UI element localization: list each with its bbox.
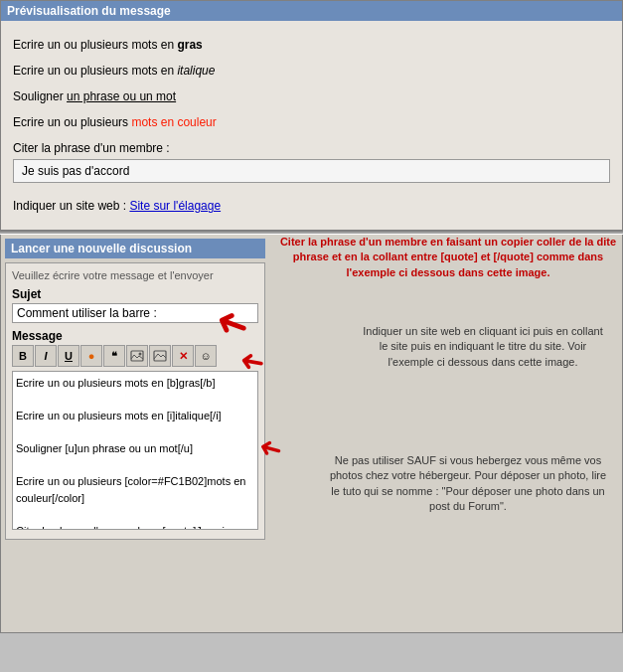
btn-img1[interactable] bbox=[126, 345, 148, 367]
italic-text: italique bbox=[177, 64, 215, 78]
callout-website: Indiquer un site web en cliquant ici pui… bbox=[359, 324, 607, 370]
btn-underline[interactable]: U bbox=[58, 345, 79, 367]
quote-section: Citer la phrase d'un membre : Je suis pa… bbox=[13, 138, 610, 190]
btn-color[interactable]: ● bbox=[80, 345, 102, 367]
btn-italic[interactable]: I bbox=[35, 345, 57, 367]
bold-prefix: Ecrire un ou plusieurs mots en bbox=[13, 38, 177, 52]
underline-prefix: Souligner bbox=[13, 89, 67, 103]
italic-prefix: Ecrire un ou plusieurs mots en bbox=[13, 64, 177, 78]
callout-quote: Citer la phrase d'un membre en faisant u… bbox=[279, 235, 617, 280]
btn-img2[interactable] bbox=[149, 345, 171, 367]
quote-box: Je suis pas d'accord bbox=[13, 159, 610, 183]
form-panel: Lancer une nouvelle discussion Veuillez … bbox=[1, 235, 269, 632]
preview-panel: Prévisualisation du message Ecrire un ou… bbox=[0, 0, 623, 231]
btn-quote[interactable]: ❝ bbox=[103, 345, 125, 367]
web-section: Indiquer un site web : Site sur l'élagag… bbox=[13, 196, 610, 216]
callouts-panel: Citer la phrase d'un membre en faisant u… bbox=[269, 235, 622, 632]
btn-smile[interactable]: ☺ bbox=[195, 345, 217, 367]
bold-preview-line: Ecrire un ou plusieurs mots en gras bbox=[13, 35, 610, 55]
preview-content: Ecrire un ou plusieurs mots en gras Ecri… bbox=[1, 21, 622, 230]
form-title: Lancer une nouvelle discussion bbox=[5, 239, 265, 258]
form-inner: Veuillez écrire votre message et l'envoy… bbox=[5, 262, 265, 540]
bold-text: gras bbox=[177, 38, 202, 52]
svg-point-1 bbox=[139, 353, 142, 356]
message-label: Message bbox=[12, 329, 258, 343]
quote-label: Citer la phrase d'un membre : bbox=[13, 141, 170, 155]
btn-del[interactable]: ✕ bbox=[172, 345, 194, 367]
message-textarea[interactable]: Ecrire un ou plusieurs mots en [b]gras[/… bbox=[12, 371, 258, 530]
italic-preview-line: Ecrire un ou plusieurs mots en italique bbox=[13, 61, 610, 81]
web-label: Indiquer un site web : bbox=[13, 199, 129, 213]
preview-panel-title: Prévisualisation du message bbox=[1, 1, 622, 21]
underline-text: un phrase ou un mot bbox=[67, 89, 176, 103]
underline-preview-line: Souligner un phrase ou un mot bbox=[13, 86, 610, 106]
subject-input[interactable] bbox=[12, 303, 258, 323]
subject-label: Sujet bbox=[12, 287, 258, 301]
toolbar: B I U ● ❝ ✕ ☺ bbox=[12, 345, 258, 367]
web-link[interactable]: Site sur l'élagage bbox=[129, 199, 221, 213]
bottom-section: Lancer une nouvelle discussion Veuillez … bbox=[0, 235, 623, 633]
color-text: mots en couleur bbox=[131, 115, 216, 129]
form-legend: Veuillez écrire votre message et l'envoy… bbox=[12, 269, 258, 281]
btn-bold[interactable]: B bbox=[12, 345, 34, 367]
color-prefix: Ecrire un ou plusieurs bbox=[13, 115, 131, 129]
callout-photo: Ne pas utiliser SAUF si vous hebergez vo… bbox=[329, 453, 607, 515]
color-preview-line: Ecrire un ou plusieurs mots en couleur bbox=[13, 112, 610, 132]
